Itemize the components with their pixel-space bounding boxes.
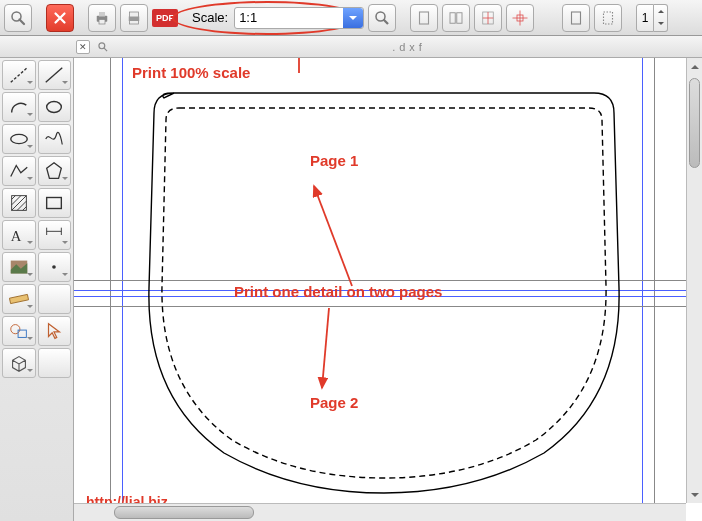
file-tab-bar: ✕ .dxf	[0, 36, 702, 58]
page-setup-button[interactable]	[120, 4, 148, 32]
svg-point-25	[11, 134, 28, 143]
text-icon: A	[7, 224, 31, 246]
line-tool[interactable]	[38, 60, 72, 90]
step-up-icon	[654, 5, 667, 18]
polyline-icon	[7, 160, 31, 182]
zoom-icon	[9, 9, 27, 27]
svg-rect-10	[450, 12, 455, 23]
pointer-tool[interactable]	[38, 316, 72, 346]
page-crosshair-button[interactable]	[474, 4, 502, 32]
single-page-icon	[415, 9, 433, 27]
empty-tool-2	[38, 348, 72, 378]
crosshair-target-icon	[511, 9, 529, 27]
vscroll-thumb[interactable]	[689, 78, 700, 168]
scroll-down-icon[interactable]	[687, 487, 702, 503]
polygon-tool[interactable]	[38, 156, 72, 186]
spline-tool[interactable]	[38, 124, 72, 154]
svg-point-20	[99, 42, 105, 48]
line-dashed-icon	[7, 64, 31, 86]
close-button[interactable]	[46, 4, 74, 32]
polygon-icon	[42, 160, 66, 182]
tab-zoom-icon	[96, 40, 110, 54]
rect-icon	[42, 192, 66, 214]
shapes-icon	[7, 320, 31, 342]
svg-line-22	[11, 68, 28, 83]
text-tool[interactable]: A	[2, 220, 36, 250]
dimension-tool[interactable]	[38, 220, 72, 250]
top-toolbar: PDF Scale: 1:1	[0, 0, 702, 36]
scale-value: 1:1	[239, 10, 257, 25]
svg-rect-18	[572, 12, 581, 24]
close-icon	[51, 9, 69, 27]
spline-icon	[42, 128, 66, 150]
stepper-value: 1	[636, 4, 654, 32]
circle-tool[interactable]	[38, 92, 72, 122]
hatch-tool[interactable]	[2, 188, 36, 218]
circle-icon	[42, 96, 66, 118]
hscroll-thumb[interactable]	[114, 506, 254, 519]
page-solid-button[interactable]	[562, 4, 590, 32]
svg-line-40	[322, 308, 329, 388]
fit-zoom-button[interactable]	[368, 4, 396, 32]
svg-rect-35	[9, 294, 28, 303]
view-two-page-button[interactable]	[442, 4, 470, 32]
svg-line-21	[104, 48, 107, 51]
view-single-page-button[interactable]	[410, 4, 438, 32]
svg-line-1	[20, 19, 25, 24]
svg-rect-6	[129, 16, 140, 21]
image-icon	[7, 256, 31, 278]
printer-icon	[125, 9, 143, 27]
horizontal-scrollbar[interactable]	[74, 503, 686, 521]
svg-rect-11	[457, 12, 462, 23]
dimension-icon	[42, 224, 66, 246]
canvas[interactable]: Print 100% scale Page 1 Page 2 Print one…	[74, 58, 702, 521]
scale-label: Scale:	[192, 10, 228, 25]
chevron-down-icon	[343, 8, 363, 28]
page-dashed-button[interactable]	[594, 4, 622, 32]
page-crosshair-icon	[479, 9, 497, 27]
svg-marker-26	[47, 163, 62, 179]
svg-text:A: A	[11, 228, 22, 244]
page-icon	[567, 9, 585, 27]
svg-rect-28	[47, 198, 62, 209]
svg-line-39	[314, 186, 352, 286]
image-tool[interactable]	[2, 252, 36, 282]
zoom-fit-icon	[373, 9, 391, 27]
tool-palette: A	[0, 58, 74, 521]
point-tool[interactable]	[38, 252, 72, 282]
print-icon	[93, 9, 111, 27]
drawing-shape	[74, 58, 702, 521]
hatch-icon	[7, 192, 31, 214]
svg-rect-4	[99, 19, 105, 24]
cube-tool[interactable]	[2, 348, 36, 378]
ellipse-icon	[7, 128, 31, 150]
two-page-icon	[447, 9, 465, 27]
ruler-icon	[7, 288, 31, 310]
scale-dropdown[interactable]: 1:1	[234, 7, 364, 29]
svg-point-34	[52, 265, 56, 269]
ellipse-tool[interactable]	[2, 124, 36, 154]
zoom-button[interactable]	[4, 4, 32, 32]
line-dashed-tool[interactable]	[2, 60, 36, 90]
arc-tool[interactable]	[2, 92, 36, 122]
line-icon	[42, 64, 66, 86]
pdf-button[interactable]: PDF	[152, 9, 178, 27]
polyline-tool[interactable]	[2, 156, 36, 186]
pointer-icon	[42, 320, 66, 342]
tab-close-button[interactable]: ✕	[76, 40, 90, 54]
crosshair-target-button[interactable]	[506, 4, 534, 32]
page-stepper[interactable]: 1	[636, 4, 668, 32]
scroll-up-icon[interactable]	[687, 58, 702, 74]
ruler-tool[interactable]	[2, 284, 36, 314]
rect-tool[interactable]	[38, 188, 72, 218]
shapes-tool[interactable]	[2, 316, 36, 346]
empty-tool-1	[38, 284, 72, 314]
file-tab-name[interactable]: .dxf	[116, 41, 702, 53]
print-button[interactable]	[88, 4, 116, 32]
svg-rect-19	[604, 12, 613, 24]
svg-rect-9	[420, 12, 429, 24]
point-icon	[42, 256, 66, 278]
svg-line-8	[384, 19, 389, 24]
page-dashed-icon	[599, 9, 617, 27]
vertical-scrollbar[interactable]	[686, 58, 702, 503]
